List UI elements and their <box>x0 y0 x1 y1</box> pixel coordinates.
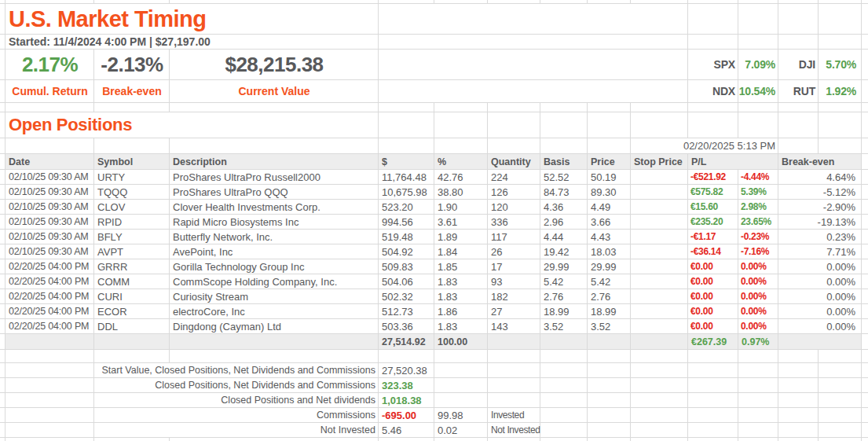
grid-cell <box>488 334 540 349</box>
current-value-label: Current Value <box>170 80 379 102</box>
index-ndx-label: NDX <box>688 80 738 102</box>
cell-quantity: 27 <box>488 304 540 318</box>
grid-cell <box>688 393 738 407</box>
cell-stop-price <box>631 259 688 274</box>
cell-price: 3.66 <box>588 215 631 229</box>
summary-percent: 0.02 <box>434 423 488 437</box>
cell-dollar: 519.48 <box>379 230 434 244</box>
grid-cell <box>862 304 868 318</box>
grid-cell <box>631 350 688 362</box>
timestamp-row: 02/20/2025 5:13 PM <box>0 138 868 154</box>
grid-cell <box>819 35 862 49</box>
grid-cell <box>170 334 379 349</box>
grid-cell <box>862 423 868 437</box>
grid-cell <box>631 438 688 441</box>
grid-cell <box>688 35 738 49</box>
cell-price: 89.30 <box>588 185 631 199</box>
cell-quantity: 120 <box>488 200 540 214</box>
cell-pl-percent: 23.65% <box>738 215 778 229</box>
grid-cell <box>688 378 738 392</box>
grid-cell <box>778 138 819 153</box>
cell-percent: 1.83 <box>434 319 488 333</box>
cell-pl: €575.82 <box>688 185 738 199</box>
cell-break-even: 0.00% <box>778 274 862 288</box>
summary-percent: 99.98 <box>434 408 488 422</box>
grid-cell <box>862 50 868 79</box>
grid-cell <box>862 244 868 259</box>
col-header-stop-price: Stop Price <box>631 154 688 169</box>
index-spx-label: SPX <box>688 50 738 79</box>
grid-cell <box>862 154 868 169</box>
summary-note <box>488 363 540 377</box>
grid-cell <box>0 378 5 392</box>
cell-price: 18.03 <box>588 244 631 259</box>
grid-cell <box>94 0 170 3</box>
grid-cell <box>434 350 488 362</box>
total-percent: 100.00 <box>434 334 488 349</box>
grid-cell <box>0 230 5 244</box>
grid-cell <box>778 35 819 49</box>
grid-cell <box>778 423 819 437</box>
cell-date: 02/10/25 09:30 AM <box>5 215 94 229</box>
cell-pl-percent: 0.00% <box>738 304 778 318</box>
cell-price: 4.49 <box>588 200 631 214</box>
cell-dollar: 10,675.98 <box>379 185 434 199</box>
grid-cell <box>738 438 778 441</box>
cell-pl: €235.20 <box>688 215 738 229</box>
grid-cell <box>862 138 868 153</box>
grid-cell <box>0 438 5 441</box>
cell-date: 02/20/25 04:00 PM <box>5 274 94 288</box>
position-row: 02/20/25 04:00 PM CURI Curiosity Stream … <box>0 289 868 304</box>
grid-cell <box>0 319 5 333</box>
grid-cell <box>0 393 5 407</box>
cell-price: 2.76 <box>588 289 631 303</box>
total-dollar: 27,514.92 <box>379 334 434 349</box>
cell-quantity: 117 <box>488 230 540 244</box>
grid-cell <box>778 0 819 3</box>
summary-label: Not Invested <box>94 423 379 437</box>
summary-note: Not Invested <box>488 423 540 437</box>
summary-row: Start Value, Closed Positions, Net Divid… <box>0 363 868 378</box>
cell-dollar: 504.06 <box>379 274 434 288</box>
grid-cell <box>819 138 862 153</box>
grid-cell <box>862 274 868 288</box>
summary-value: 1,018.38 <box>379 393 434 407</box>
cell-pl: €0.00 <box>688 259 738 274</box>
summary-row: Not Invested 5.46 0.02 Not Invested <box>0 423 868 438</box>
summary-note: Invested <box>488 408 540 422</box>
cell-break-even: -2.90% <box>778 200 862 214</box>
stats-row: 2.17% -2.13% $28,215.38 SPX 7.09% DJI 5.… <box>0 50 868 80</box>
grid-cell <box>5 363 94 377</box>
grid-cell <box>434 138 488 153</box>
grid-cell <box>738 350 778 362</box>
grid-cell <box>0 350 5 362</box>
grid-cell <box>0 138 5 153</box>
cell-description: AvePoint, Inc <box>170 244 379 259</box>
grid-cell <box>738 378 778 392</box>
grid-cell <box>778 112 819 138</box>
grid-row <box>0 438 868 441</box>
grid-cell <box>488 350 540 362</box>
cell-dollar: 503.36 <box>379 319 434 333</box>
grid-cell <box>540 0 588 3</box>
cell-break-even: -5.12% <box>778 185 862 199</box>
col-header-basis: Basis <box>540 154 588 169</box>
grid-cell <box>0 80 5 102</box>
grid-cell <box>0 274 5 288</box>
cell-quantity: 93 <box>488 274 540 288</box>
grid-cell <box>0 4 5 34</box>
cell-percent: 1.89 <box>434 230 488 244</box>
cell-description: Gorilla Technology Group Inc <box>170 259 379 274</box>
grid-cell <box>588 423 631 437</box>
grid-cell <box>778 363 819 377</box>
cell-stop-price <box>631 319 688 333</box>
grid-row <box>0 350 868 363</box>
grid-cell <box>588 112 631 138</box>
total-pl: €267.39 <box>688 334 738 349</box>
grid-cell <box>434 112 488 138</box>
grid-cell <box>862 438 868 441</box>
grid-cell <box>819 112 862 138</box>
grid-cell <box>819 438 862 441</box>
col-header-quantity: Quantity <box>488 154 540 169</box>
grid-cell <box>0 170 5 184</box>
